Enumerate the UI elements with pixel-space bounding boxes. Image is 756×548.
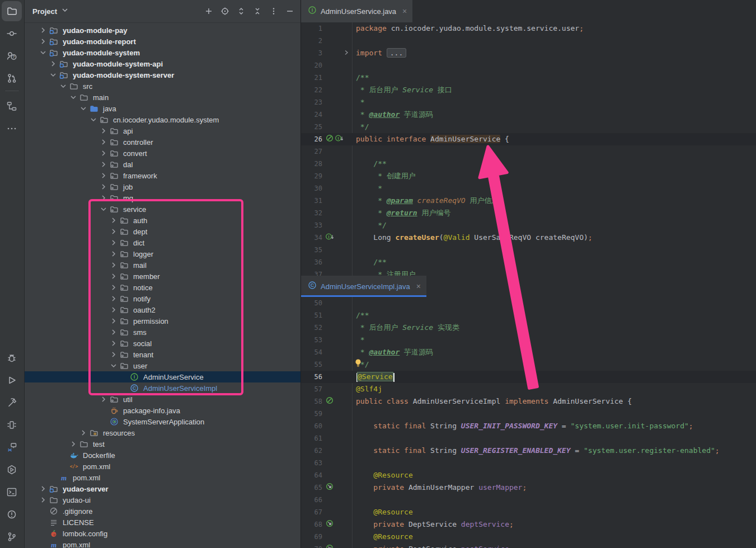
collapse-all-icon[interactable] xyxy=(251,5,264,17)
tree-item-dict[interactable]: dict xyxy=(25,237,300,248)
locate-icon[interactable] xyxy=(219,5,231,17)
tree-item-pom-xml[interactable]: </>pom.xml xyxy=(25,461,300,472)
chevron-down-icon[interactable] xyxy=(57,82,69,91)
tree-item-lombok-config[interactable]: lombok.config xyxy=(25,528,300,539)
chevron-right-icon[interactable] xyxy=(37,26,49,35)
options-icon[interactable] xyxy=(267,5,280,17)
bean-gutter-icon[interactable] xyxy=(325,482,334,493)
tree-item-adminuserserviceimpl[interactable]: CAdminUserServiceImpl xyxy=(25,382,300,394)
services-icon[interactable] xyxy=(2,460,22,480)
problems-icon[interactable] xyxy=(2,504,22,525)
chevron-right-icon[interactable] xyxy=(107,328,120,337)
bean-gutter-icon[interactable] xyxy=(325,544,334,548)
chevron-right-icon[interactable] xyxy=(107,283,120,292)
code-with-me-icon[interactable]: ? xyxy=(2,46,22,66)
tree-item-yudao-module-report[interactable]: yudao-module-report xyxy=(25,36,300,47)
tree-item-test[interactable]: test xyxy=(25,438,300,450)
chevron-right-icon[interactable] xyxy=(107,339,120,348)
chevron-right-icon[interactable] xyxy=(37,37,49,46)
tree-item-main[interactable]: main xyxy=(25,92,300,103)
tree-item--gitignore[interactable]: .gitignore xyxy=(25,506,300,517)
more-icon[interactable] xyxy=(2,119,22,139)
tree-item-permission[interactable]: permission xyxy=(25,315,300,327)
chevron-right-icon[interactable] xyxy=(107,227,120,236)
tree-item-tenant[interactable]: tenant xyxy=(25,349,300,360)
chevron-right-icon[interactable] xyxy=(97,126,110,135)
chevron-right-icon[interactable] xyxy=(107,350,120,359)
tree-item-dockerfile[interactable]: Dockerfile xyxy=(25,450,300,461)
chevron-right-icon[interactable] xyxy=(37,495,49,504)
tree-item-service[interactable]: service xyxy=(25,204,300,215)
tree-item-mail[interactable]: mail xyxy=(25,259,300,271)
tree-item-notice[interactable]: notice xyxy=(25,282,300,293)
chevron-right-icon[interactable] xyxy=(107,316,120,325)
tree-item-yudao-module-system-api[interactable]: yudao-module-system-api xyxy=(25,58,300,69)
chevron-right-icon[interactable] xyxy=(107,294,120,303)
close-icon[interactable]: × xyxy=(416,282,421,291)
tree-item-license[interactable]: LICENSE xyxy=(25,517,300,528)
commit-icon[interactable] xyxy=(2,23,22,44)
tree-item-logger[interactable]: logger xyxy=(25,248,300,259)
top-editor[interactable]: 1package cn.iocoder.yudao.module.system.… xyxy=(301,22,756,276)
chevron-right-icon[interactable] xyxy=(37,484,49,493)
bottom-editor[interactable]: 5051/**52 * 后台用户 Service 实现类53 *54 * @au… xyxy=(301,297,756,548)
intention-bulb-icon[interactable] xyxy=(354,358,363,370)
chevron-right-icon[interactable] xyxy=(107,305,120,314)
chevron-right-icon[interactable] xyxy=(47,59,59,68)
chevron-right-icon[interactable] xyxy=(107,216,120,225)
fold-chevron-icon[interactable] xyxy=(342,48,350,58)
tree-item-resources[interactable]: resources xyxy=(25,427,300,438)
impl-down-gutter-icon[interactable]: I xyxy=(325,232,334,243)
tree-item-package-info-java[interactable]: package-info.java xyxy=(25,405,300,416)
tree-item-systemserverapplication[interactable]: SystemServerApplication xyxy=(25,416,300,427)
bean-gutter-icon[interactable] xyxy=(325,519,334,530)
close-icon[interactable]: × xyxy=(402,7,407,16)
chevron-right-icon[interactable] xyxy=(67,440,79,448)
project-folder-icon[interactable] xyxy=(2,1,22,21)
chevron-right-icon[interactable] xyxy=(97,171,110,180)
tree-item-yudao-module-system[interactable]: yudao-module-system xyxy=(25,47,300,58)
expand-all-icon[interactable] xyxy=(235,5,247,17)
run-icon[interactable] xyxy=(2,370,22,390)
tab-adminuserserviceimpl[interactable]: C AdminUserServiceImpl.java × xyxy=(301,276,426,297)
tree-item-yudao-module-pay[interactable]: yudao-module-pay xyxy=(25,25,300,36)
project-panel-title[interactable]: Project xyxy=(32,7,57,16)
tree-item-src[interactable]: src xyxy=(25,81,300,92)
folded-imports[interactable]: ... xyxy=(387,48,406,58)
tree-item-notify[interactable]: notify xyxy=(25,293,300,304)
tree-item-controller[interactable]: controller xyxy=(25,136,300,148)
impl-down-gutter-icon[interactable]: I xyxy=(335,134,344,145)
terminal-icon[interactable] xyxy=(2,482,22,502)
tree-item-oauth2[interactable]: oauth2 xyxy=(25,304,300,315)
chevron-right-icon[interactable] xyxy=(97,182,110,191)
tree-item-yudao-ui[interactable]: yudao-ui xyxy=(25,494,300,506)
tree-item-adminuserservice[interactable]: IAdminUserService xyxy=(25,371,300,382)
tree-item-social[interactable]: social xyxy=(25,338,300,349)
chevron-down-icon[interactable] xyxy=(87,115,100,124)
chevron-right-icon[interactable] xyxy=(107,238,120,247)
debug-icon[interactable] xyxy=(2,348,22,368)
chevron-right-icon[interactable] xyxy=(107,249,120,258)
chevron-right-icon[interactable] xyxy=(97,149,110,158)
chevron-right-icon[interactable] xyxy=(97,138,110,147)
tree-item-pom-xml[interactable]: mpom.xml xyxy=(25,472,300,483)
chevron-down-icon[interactable] xyxy=(97,205,110,214)
tree-item-cn-iocoder-yudao-module-system[interactable]: cn.iocoder.yudao.module.system xyxy=(25,114,300,125)
chevron-down-icon[interactable] xyxy=(77,104,90,113)
tree-item-yudao-module-system-server[interactable]: yudao-module-system-server xyxy=(25,69,300,81)
chevron-right-icon[interactable] xyxy=(97,193,110,202)
tree-item-dal[interactable]: dal xyxy=(25,159,300,170)
hide-icon[interactable] xyxy=(284,5,296,17)
tree-item-user[interactable]: user xyxy=(25,360,300,371)
chevron-right-icon[interactable] xyxy=(97,395,110,404)
chevron-down-icon[interactable] xyxy=(37,48,49,57)
chevron-right-icon[interactable] xyxy=(107,272,120,281)
tree-item-yudao-server[interactable]: yudao-server xyxy=(25,483,300,494)
chevron-down-icon[interactable] xyxy=(47,70,59,79)
tree-item-auth[interactable]: auth xyxy=(25,215,300,226)
build-icon[interactable] xyxy=(2,393,22,413)
tree-item-convert[interactable]: convert xyxy=(25,148,300,159)
chevron-right-icon[interactable] xyxy=(107,261,120,270)
add-icon[interactable] xyxy=(203,5,215,17)
tree-item-api[interactable]: api xyxy=(25,125,300,136)
